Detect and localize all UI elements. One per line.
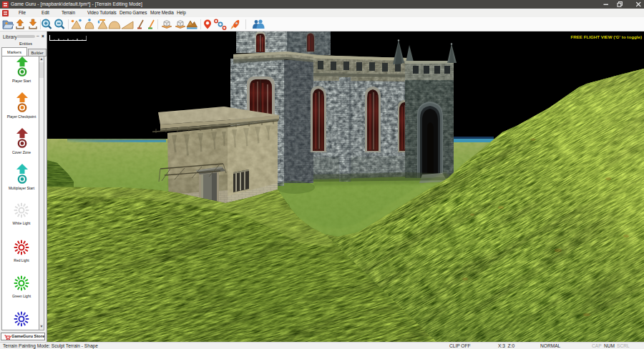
svg-text:Green Light: Green Light — [12, 294, 31, 298]
svg-text:Red Light: Red Light — [14, 258, 29, 262]
svg-text:Cover Zone: Cover Zone — [12, 150, 31, 154]
svg-text:Player Start: Player Start — [12, 79, 31, 83]
svg-text:Player Checkpoint: Player Checkpoint — [7, 114, 36, 119]
svg-text:Multiplayer Start: Multiplayer Start — [9, 186, 35, 190]
svg-text:White Light: White Light — [12, 221, 31, 225]
